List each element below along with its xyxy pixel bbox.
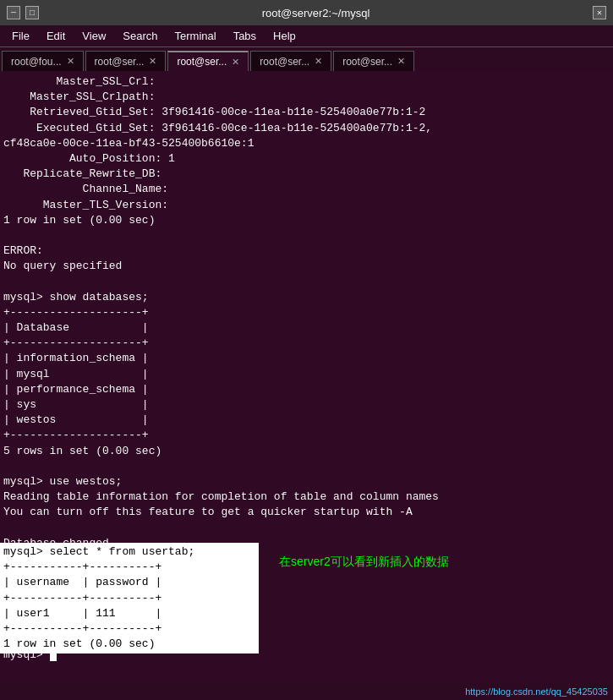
menu-edit[interactable]: Edit (38, 28, 74, 44)
menu-search[interactable]: Search (114, 28, 166, 44)
tabs-bar: root@fou... ✕ root@ser... ✕ root@ser... … (0, 47, 613, 71)
tab-4-close[interactable]: ✕ (397, 56, 405, 67)
tab-3[interactable]: root@ser... ✕ (250, 51, 331, 71)
menu-terminal[interactable]: Terminal (167, 28, 225, 44)
tab-1-label: root@ser... (95, 56, 145, 68)
menu-help[interactable]: Help (265, 28, 304, 44)
terminal-highlight-box: mysql> select * from usertab; +---------… (0, 543, 259, 654)
tab-4-label: root@ser... (342, 56, 392, 68)
tab-3-label: root@ser... (260, 56, 309, 68)
terminal-content[interactable]: Master_SSL_Crl: Master_SSL_Crlpath: Retr… (0, 71, 613, 683)
window-title: root@server2:~/mysql (39, 7, 593, 19)
tab-4[interactable]: root@ser... ✕ (333, 51, 414, 71)
tab-3-close[interactable]: ✕ (315, 56, 322, 67)
tab-2-close[interactable]: ✕ (232, 57, 239, 68)
terminal-cursor (50, 649, 57, 661)
title-bar-left-controls: ─ □ (7, 6, 39, 19)
terminal-prompt-area: mysql> (3, 648, 57, 663)
tab-0[interactable]: root@fou... ✕ (2, 51, 84, 71)
terminal-prompt: mysql> (3, 648, 50, 661)
status-bar-text: https://blog.csdn.net/qq_45425035 (465, 686, 608, 697)
tab-0-label: root@fou... (11, 56, 62, 68)
status-bar: https://blog.csdn.net/qq_45425035 (0, 683, 613, 700)
tab-1[interactable]: root@ser... ✕ (85, 51, 167, 71)
terminal-main-text: Master_SSL_Crl: Master_SSL_Crlpath: Retr… (3, 74, 610, 551)
title-bar: ─ □ root@server2:~/mysql ✕ (0, 0, 613, 25)
menu-view[interactable]: View (74, 28, 114, 44)
title-bar-right-controls: ✕ (593, 6, 606, 19)
tab-2[interactable]: root@ser... ✕ (167, 51, 249, 71)
terminal-annotation: 在server2可以看到新插入的数据 (279, 555, 449, 570)
close-button[interactable]: ✕ (593, 6, 606, 19)
menu-file[interactable]: File (3, 28, 38, 44)
menu-tabs[interactable]: Tabs (225, 28, 265, 44)
maximize-button[interactable]: □ (25, 6, 39, 19)
menu-bar: File Edit View Search Terminal Tabs Help (0, 25, 613, 47)
minimize-button[interactable]: ─ (7, 6, 20, 19)
tab-2-label: root@ser... (177, 56, 227, 68)
tab-1-close[interactable]: ✕ (149, 56, 156, 67)
tab-0-close[interactable]: ✕ (67, 56, 74, 67)
